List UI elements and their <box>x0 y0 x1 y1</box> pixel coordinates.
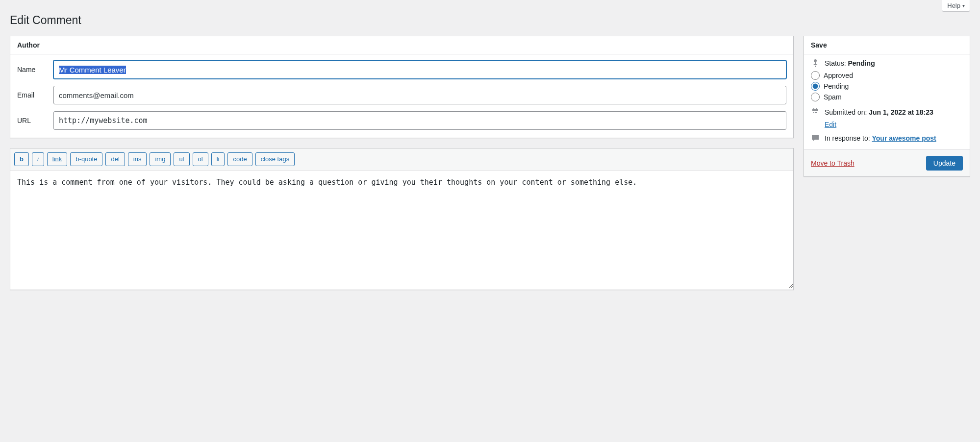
li-label: li <box>217 155 220 163</box>
quicktags-toolbar: b i link b-quote del ins img ul ol li co… <box>10 148 793 171</box>
status-approved-label: Approved <box>824 72 853 79</box>
ol-label: ol <box>198 155 203 163</box>
comment-icon <box>811 133 820 142</box>
edit-date-link[interactable]: Edit <box>825 121 836 128</box>
editor-panel: b i link b-quote del ins img ul ol li co… <box>10 148 794 290</box>
bold-button[interactable]: b <box>14 152 29 166</box>
italic-button[interactable]: i <box>32 152 44 166</box>
status-pending-label: Pending <box>824 82 849 90</box>
save-heading: Save <box>804 36 970 54</box>
bquote-button[interactable]: b-quote <box>70 152 102 166</box>
status-approved-radio[interactable] <box>811 71 820 80</box>
status-value: Pending <box>848 59 875 67</box>
close-tags-label: close tags <box>261 155 290 163</box>
author-panel: Author Name Email URL <box>10 36 794 138</box>
ul-label: ul <box>179 155 184 163</box>
email-field[interactable] <box>53 86 786 104</box>
email-label: Email <box>17 91 53 99</box>
del-button[interactable]: del <box>105 152 125 166</box>
help-button[interactable]: Help ▾ <box>942 0 970 12</box>
url-label: URL <box>17 117 53 124</box>
link-button[interactable]: link <box>47 152 68 166</box>
status-pending-radio[interactable] <box>811 82 820 91</box>
status-approved-option[interactable]: Approved <box>811 71 963 80</box>
chevron-down-icon: ▾ <box>962 3 965 8</box>
link-label: link <box>52 155 62 163</box>
ins-label: ins <box>133 155 142 163</box>
author-heading: Author <box>10 36 793 54</box>
li-button[interactable]: li <box>211 152 225 166</box>
status-label: Status: <box>825 59 846 67</box>
bold-label: b <box>20 155 24 163</box>
update-button[interactable]: Update <box>926 156 963 171</box>
comment-content-textarea[interactable] <box>10 171 793 288</box>
ul-button[interactable]: ul <box>174 152 189 166</box>
code-button[interactable]: code <box>227 152 252 166</box>
close-tags-button[interactable]: close tags <box>255 152 295 166</box>
submitted-value: Jun 1, 2022 at 18:23 <box>869 108 933 116</box>
ol-button[interactable]: ol <box>193 152 208 166</box>
pin-icon <box>811 59 820 67</box>
status-spam-option[interactable]: Spam <box>811 93 963 101</box>
bquote-label: b-quote <box>75 155 97 163</box>
url-field[interactable] <box>53 111 786 130</box>
name-label: Name <box>17 66 53 74</box>
italic-label: i <box>37 155 39 163</box>
del-label: del <box>111 155 119 163</box>
status-spam-radio[interactable] <box>811 93 820 101</box>
code-label: code <box>233 155 247 163</box>
name-field[interactable] <box>53 60 786 79</box>
save-panel: Save Status: Pending Approved <box>804 36 970 177</box>
help-label: Help <box>947 2 960 9</box>
status-pending-option[interactable]: Pending <box>811 82 963 91</box>
page-title: Edit Comment <box>10 14 970 27</box>
ins-button[interactable]: ins <box>128 152 147 166</box>
response-label: In response to: <box>825 134 870 142</box>
submitted-label: Submitted on: <box>825 108 867 116</box>
move-to-trash-link[interactable]: Move to Trash <box>811 159 854 167</box>
status-spam-label: Spam <box>824 93 842 101</box>
img-label: img <box>155 155 165 163</box>
img-button[interactable]: img <box>150 152 171 166</box>
response-post-link[interactable]: Your awesome post <box>872 134 936 142</box>
calendar-icon <box>811 107 820 116</box>
